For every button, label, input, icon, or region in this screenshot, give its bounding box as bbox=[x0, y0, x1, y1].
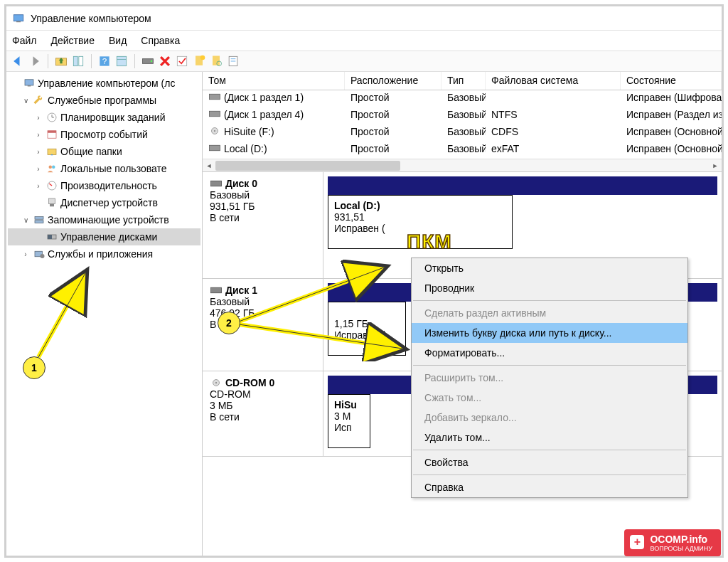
cm-open[interactable]: Открыть bbox=[412, 258, 687, 278]
scrollbar-thumb[interactable] bbox=[215, 161, 400, 171]
tree-local-users[interactable]: ›Локальные пользовате bbox=[8, 160, 200, 177]
cm-separator bbox=[413, 450, 686, 450]
cm-help[interactable]: Справка bbox=[412, 477, 687, 497]
properties-icon[interactable] bbox=[226, 54, 240, 68]
drive-icon bbox=[208, 110, 221, 118]
scroll-right-icon[interactable]: ► bbox=[709, 159, 722, 172]
panel-icon[interactable] bbox=[114, 54, 129, 68]
device-icon bbox=[46, 196, 58, 209]
cm-separator bbox=[413, 300, 686, 301]
menubar: Файл Действие Вид Справка bbox=[6, 31, 722, 51]
svg-point-35 bbox=[41, 254, 45, 258]
cm-explorer[interactable]: Проводник bbox=[412, 278, 687, 298]
cm-mirror: Добавить зеркало... bbox=[412, 408, 687, 428]
svg-rect-31 bbox=[35, 221, 43, 223]
tree-panel: Управление компьютером (лс ∨Служебные пр… bbox=[6, 72, 203, 556]
svg-point-44 bbox=[215, 382, 217, 383]
new-icon[interactable] bbox=[192, 54, 206, 68]
partition-hisuite[interactable]: HiSu 3 M Исп bbox=[328, 394, 370, 448]
svg-point-39 bbox=[214, 130, 215, 132]
forward-icon[interactable] bbox=[28, 54, 42, 68]
hdd-icon bbox=[210, 179, 223, 188]
svg-rect-3 bbox=[73, 56, 77, 65]
disk-info-cdrom[interactable]: CD-ROM 0 CD-ROM 3 МБ В сети bbox=[203, 371, 323, 456]
tree-event-viewer[interactable]: ›Просмотр событий bbox=[8, 126, 200, 143]
calendar-icon bbox=[46, 128, 58, 141]
menu-view[interactable]: Вид bbox=[109, 35, 127, 46]
annotation-step-1: 1 bbox=[23, 356, 46, 379]
search-icon[interactable] bbox=[209, 54, 223, 68]
menu-help[interactable]: Справка bbox=[141, 35, 180, 46]
tree-performance[interactable]: ›Производительность bbox=[8, 177, 200, 194]
watermark: + OCOMP.info ВОПРОСЫ АДМИНУ bbox=[624, 529, 721, 556]
cm-change-drive-letter[interactable]: Изменить букву диска или путь к диску... bbox=[412, 323, 687, 343]
computer-icon bbox=[23, 77, 36, 90]
check-icon[interactable] bbox=[175, 54, 189, 68]
show-hide-icon[interactable] bbox=[71, 54, 85, 68]
svg-point-25 bbox=[49, 166, 53, 169]
watermark-sub: ВОПРОСЫ АДМИНУ bbox=[650, 545, 712, 552]
back-icon[interactable] bbox=[11, 54, 25, 68]
list-item[interactable]: Local (D:) ПростойБазовыйexFATИсправен (… bbox=[203, 142, 722, 159]
tree-shared-folders[interactable]: ›Общие папки bbox=[8, 143, 200, 160]
cm-properties[interactable]: Свойства bbox=[412, 452, 687, 472]
svg-rect-4 bbox=[79, 56, 83, 65]
svg-rect-30 bbox=[35, 217, 43, 220]
shared-folder-icon bbox=[46, 145, 58, 158]
list-item[interactable]: (Диск 1 раздел 1) ПростойБазовыйИсправен… bbox=[203, 90, 722, 107]
cm-format[interactable]: Форматировать... bbox=[412, 343, 687, 363]
horizontal-scrollbar[interactable]: ◄ ► bbox=[203, 159, 722, 171]
hdd-icon bbox=[210, 286, 223, 295]
cm-make-active: Сделать раздел активным bbox=[412, 303, 687, 323]
svg-point-13 bbox=[200, 55, 205, 60]
tree-system-tools[interactable]: ∨Служебные программы bbox=[8, 92, 200, 109]
svg-rect-33 bbox=[48, 235, 52, 239]
col-volume[interactable]: Том bbox=[203, 72, 345, 90]
tree-disk-management[interactable]: Управление дисками bbox=[8, 228, 200, 245]
tree-storage[interactable]: ∨Запоминающие устройств bbox=[8, 211, 200, 228]
svg-rect-7 bbox=[117, 56, 126, 65]
col-fs[interactable]: Файловая система bbox=[486, 72, 621, 90]
toolbar-separator bbox=[91, 54, 92, 68]
annotation-step-2: 2 bbox=[218, 312, 240, 334]
toolbar: ? bbox=[6, 51, 722, 72]
clock-icon bbox=[46, 111, 58, 124]
disk-info-0[interactable]: Диск 0 Базовый 931,51 ГБ В сети bbox=[203, 172, 323, 278]
svg-rect-41 bbox=[211, 181, 222, 186]
partition-1-15gb[interactable]: 1,15 ГБ Исправен ( bbox=[328, 302, 406, 356]
tree-root[interactable]: Управление компьютером (лс bbox=[8, 75, 200, 92]
scroll-left-icon[interactable]: ◄ bbox=[203, 159, 215, 172]
tree-services-apps[interactable]: ›Службы и приложения bbox=[8, 245, 200, 263]
watermark-main: OCOMP.info bbox=[650, 534, 707, 545]
tree-task-scheduler[interactable]: ›Планировщик заданий bbox=[8, 109, 200, 126]
delete-icon[interactable] bbox=[158, 54, 172, 68]
list-item[interactable]: HiSuite (F:) ПростойБазовыйCDFSИсправен … bbox=[203, 124, 722, 142]
svg-rect-0 bbox=[14, 14, 23, 21]
tree-device-manager[interactable]: Диспетчер устройств bbox=[8, 194, 200, 211]
cm-shrink: Сжать том... bbox=[412, 388, 687, 408]
list-item[interactable]: (Диск 1 раздел 4) ПростойБазовыйNTFSИспр… bbox=[203, 107, 722, 124]
col-status[interactable]: Состояние bbox=[621, 72, 722, 90]
menu-file[interactable]: Файл bbox=[12, 35, 36, 46]
svg-rect-24 bbox=[48, 149, 56, 154]
disk-icon[interactable] bbox=[141, 54, 155, 68]
menu-action[interactable]: Действие bbox=[50, 35, 95, 46]
cm-separator bbox=[413, 365, 686, 366]
disk-mgmt-icon bbox=[46, 230, 58, 243]
col-type[interactable]: Тип bbox=[441, 72, 486, 90]
help-icon[interactable]: ? bbox=[97, 54, 112, 68]
performance-icon bbox=[46, 179, 58, 192]
services-icon bbox=[33, 248, 46, 260]
toolbar-separator bbox=[48, 54, 48, 68]
folder-up-icon[interactable] bbox=[54, 54, 68, 68]
cm-delete-volume[interactable]: Удалить том... bbox=[412, 428, 687, 447]
drive-icon bbox=[208, 92, 221, 101]
col-layout[interactable]: Расположение bbox=[345, 72, 441, 90]
plus-icon: + bbox=[630, 535, 644, 549]
app-icon bbox=[12, 12, 25, 25]
window-title: Управление компьютером bbox=[31, 13, 151, 24]
svg-rect-20 bbox=[28, 85, 31, 87]
toolbar-separator bbox=[134, 54, 135, 68]
storage-icon bbox=[33, 213, 46, 226]
titlebar: Управление компьютером bbox=[6, 6, 722, 31]
